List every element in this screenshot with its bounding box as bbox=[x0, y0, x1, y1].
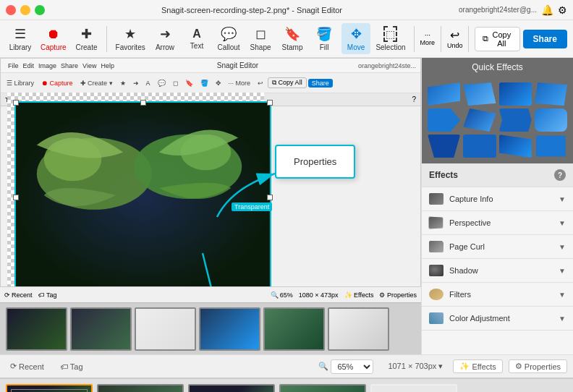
page-curl-icon bbox=[429, 241, 443, 252]
inner-stamp-btn[interactable]: 🔖 bbox=[182, 78, 196, 88]
recent-button[interactable]: ⟳ Recent bbox=[6, 360, 48, 372]
effect-filters[interactable]: Filters ▼ bbox=[422, 283, 573, 307]
toolbar-text[interactable]: A Text bbox=[182, 25, 211, 53]
thumb-2[interactable] bbox=[70, 307, 132, 351]
inner-view-menu[interactable]: View bbox=[82, 62, 96, 69]
toolbar-shape[interactable]: ◻ Shape bbox=[246, 23, 275, 54]
text-icon: A bbox=[192, 27, 201, 41]
inner-share-menu[interactable]: Share bbox=[61, 62, 78, 69]
inner-properties-btn[interactable]: ⚙ Properties bbox=[379, 291, 417, 299]
tag-button[interactable]: 🏷 Tag bbox=[56, 361, 88, 372]
inner-effects-btn[interactable]: ✨ Effects bbox=[344, 291, 374, 299]
thumb-4-image bbox=[200, 309, 259, 349]
quick-effect-7[interactable] bbox=[499, 108, 532, 132]
inner-undo-btn[interactable]: ↩ bbox=[255, 78, 266, 88]
inner-zoom[interactable]: 🔍 65% bbox=[271, 291, 293, 299]
inner-tag[interactable]: 🏷 Tag bbox=[38, 291, 57, 299]
quick-effect-5[interactable] bbox=[428, 108, 460, 132]
close-button[interactable] bbox=[6, 5, 16, 15]
toolbar-undo[interactable]: ↩ Undo bbox=[447, 28, 463, 49]
favorites-icon: ★ bbox=[124, 26, 136, 42]
toolbar-arrow[interactable]: ➜ Arrow bbox=[150, 23, 179, 54]
thumb-1[interactable] bbox=[6, 307, 67, 351]
inner-text-btn[interactable]: A bbox=[143, 78, 153, 88]
outer-thumb-2-image bbox=[98, 385, 182, 393]
inner-arrow-btn[interactable]: ➜ bbox=[130, 78, 142, 88]
inner-image-menu[interactable]: Image bbox=[38, 62, 56, 69]
properties-button[interactable]: ⚙ Properties bbox=[509, 359, 567, 373]
effects-button[interactable]: ✨ Effects bbox=[453, 359, 502, 373]
toolbar-selection[interactable]: ⬚ Selection bbox=[373, 23, 408, 54]
settings-icon[interactable]: ⚙ bbox=[558, 4, 567, 16]
copy-all-button[interactable]: ⧉ Copy All bbox=[475, 27, 519, 51]
effect-page-curl[interactable]: Page Curl ▼ bbox=[422, 235, 573, 259]
inner-recent[interactable]: ⟳ Recent bbox=[4, 291, 33, 299]
dimensions-indicator[interactable]: 1071 × 703px ▾ bbox=[383, 360, 447, 372]
notification-icon: 🔔 bbox=[541, 4, 553, 16]
effect-shadow-arrow: ▼ bbox=[559, 267, 566, 275]
thumb-6[interactable] bbox=[328, 307, 389, 351]
zoom-select[interactable]: 65% 50% 75% 100% bbox=[331, 359, 373, 374]
thumb-5[interactable] bbox=[263, 307, 325, 351]
quick-effect-8[interactable] bbox=[535, 108, 567, 132]
outer-thumb-3[interactable] bbox=[188, 384, 275, 393]
bottom-bar-right: 🔍 65% 50% 75% 100% 1071 × 703px ▾ ✨ Effe… bbox=[314, 358, 567, 375]
toolbar-more[interactable]: ··· More bbox=[420, 31, 436, 46]
toolbar-capture[interactable]: ⏺ Capture bbox=[38, 24, 69, 54]
outer-thumb-5[interactable]: png bbox=[370, 384, 457, 393]
quick-effect-12[interactable] bbox=[535, 135, 567, 158]
effects-help-button[interactable]: ? bbox=[554, 169, 566, 181]
quick-effect-10[interactable] bbox=[463, 135, 496, 158]
search-icon: 🔍 bbox=[318, 362, 328, 371]
canvas-image[interactable] bbox=[14, 101, 271, 293]
minimize-button[interactable] bbox=[20, 5, 30, 15]
inner-create-btn[interactable]: ✚ Create ▾ bbox=[77, 78, 116, 88]
inner-file-menu[interactable]: File bbox=[8, 62, 19, 69]
inner-share-btn[interactable]: Share bbox=[308, 79, 333, 88]
zoom-indicator[interactable]: 🔍 65% 50% 75% 100% bbox=[314, 358, 378, 375]
toolbar-create[interactable]: ✚ Create bbox=[72, 23, 101, 54]
toolbar-favorites[interactable]: ★ Favorites bbox=[113, 23, 148, 54]
inner-capture-btn[interactable]: ⏺ Capture bbox=[38, 78, 76, 88]
quick-effect-11[interactable] bbox=[499, 135, 532, 158]
inner-help-menu[interactable]: Help bbox=[101, 62, 114, 69]
inner-fill-btn[interactable]: 🪣 bbox=[198, 78, 211, 88]
inner-edit-menu[interactable]: Edit bbox=[23, 62, 35, 69]
quick-effect-6[interactable] bbox=[463, 108, 496, 132]
callout-label: Transparent bbox=[232, 203, 272, 211]
inner-callout-btn[interactable]: 💬 bbox=[155, 78, 169, 88]
toolbar-library[interactable]: ☰ Library bbox=[6, 23, 35, 54]
effect-perspective[interactable]: Perspective ▼ bbox=[422, 211, 573, 235]
toolbar-fill[interactable]: 🪣 Fill bbox=[310, 23, 339, 54]
effects-header: Effects ? bbox=[422, 163, 573, 187]
inner-fav-btn[interactable]: ★ bbox=[117, 78, 129, 88]
effect-shadow[interactable]: Shadow ▼ bbox=[422, 259, 573, 283]
thumb-3[interactable] bbox=[135, 307, 196, 351]
inner-more-btn[interactable]: ··· More bbox=[226, 78, 254, 88]
quick-effect-1[interactable] bbox=[428, 82, 460, 106]
maximize-button[interactable] bbox=[35, 5, 45, 15]
toolbar-separator-1 bbox=[106, 26, 107, 52]
inner-library-btn[interactable]: ☰ Library bbox=[4, 78, 37, 88]
toolbar-move[interactable]: ✥ Move bbox=[341, 23, 370, 54]
outer-thumb-4[interactable] bbox=[279, 384, 366, 393]
thumb-4[interactable] bbox=[199, 307, 260, 351]
inner-move-btn[interactable]: ✥ bbox=[213, 78, 224, 88]
quick-effect-9[interactable] bbox=[428, 135, 460, 158]
quick-effect-4[interactable] bbox=[535, 82, 567, 106]
toolbar-callout[interactable]: 💬 Callout bbox=[214, 23, 243, 54]
quick-effect-3[interactable] bbox=[499, 82, 532, 106]
effect-capture-info[interactable]: Capture Info ▼ bbox=[422, 187, 573, 211]
canvas-area[interactable]: File Edit Image Share View Help Snagit E… bbox=[0, 58, 421, 354]
tool-properties-help[interactable]: ? bbox=[412, 95, 416, 103]
share-button[interactable]: Share bbox=[523, 30, 567, 48]
outer-thumb-1[interactable]: png bbox=[6, 384, 93, 393]
inner-copy-all-btn[interactable]: ⧉ Copy All bbox=[268, 77, 307, 88]
outer-thumb-2[interactable] bbox=[97, 384, 184, 393]
toolbar-stamp[interactable]: 🔖 Stamp bbox=[278, 23, 307, 54]
effect-color-adjustment[interactable]: Color Adjustment ▼ bbox=[422, 307, 573, 331]
thumb-3-image bbox=[136, 309, 195, 349]
inner-menu: File Edit Image Share View Help bbox=[5, 62, 117, 69]
quick-effect-2[interactable] bbox=[463, 82, 496, 106]
inner-shape-btn[interactable]: ◻ bbox=[170, 78, 181, 88]
